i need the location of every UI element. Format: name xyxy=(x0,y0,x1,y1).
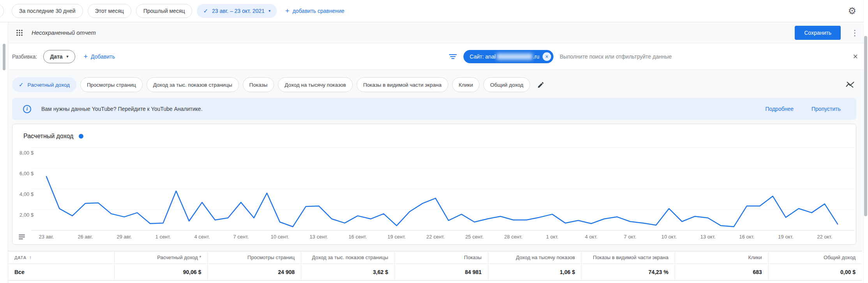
table-cell: 0,00 $ xyxy=(768,264,862,281)
table-cell: 3,62 $ xyxy=(301,264,395,281)
preset-last-30-days-button[interactable]: За последние 30 дней xyxy=(12,4,83,18)
metric-chip-3[interactable]: Доход за тыс. показов страницы xyxy=(147,77,239,92)
x-axis-label: 1 окт. xyxy=(546,234,559,240)
metric-chip-8[interactable]: Общий доход xyxy=(483,77,530,92)
x-axis-label: 4 сент. xyxy=(194,234,210,240)
preset-last-month-button[interactable]: Прошлый месяц xyxy=(136,4,193,18)
banner-actions: Подробнее Пропустить xyxy=(765,106,841,112)
x-axis-label: 10 сент. xyxy=(270,234,289,240)
table-cell: 24 908 xyxy=(208,264,301,281)
metric-chip-2[interactable]: Просмотры страниц xyxy=(80,77,143,92)
breakdown-label: Разбивка: xyxy=(12,53,37,60)
y-axis-label: 8,00 $ xyxy=(19,150,34,156)
close-icon[interactable]: × xyxy=(853,52,858,61)
clipped-preset-button[interactable] xyxy=(0,4,4,18)
left-scrollbar-thumb[interactable] xyxy=(3,44,5,70)
x-axis-label: 13 окт. xyxy=(700,234,716,240)
column-header-label: ДАТА xyxy=(14,255,27,260)
filter-bar: Сайт: anal .ru × Выполните поиск или отф… xyxy=(449,50,858,63)
x-axis-label: 29 авг. xyxy=(117,234,132,240)
site-filter-chip[interactable]: Сайт: anal .ru × xyxy=(463,50,553,63)
estimated-earnings-chart-card: Расчетный доход 2,00 $4,00 $6,00 $8,00 $… xyxy=(12,124,856,245)
more-options-kebab-icon[interactable]: ⋮ xyxy=(849,28,860,37)
report-table: ДАТА↑Расчетный доход *Просмотры страницД… xyxy=(8,251,862,281)
column-header-2[interactable]: Расчетный доход * xyxy=(114,251,208,264)
y-axis-label: 6,00 $ xyxy=(19,171,34,176)
metric-chips: ✓Расчетный доходПросмотры страницДоход з… xyxy=(12,77,530,92)
remove-filter-icon[interactable]: × xyxy=(543,52,551,61)
report-main: Несохраненный отчет Сохранить ⋮ Разбивка… xyxy=(8,22,868,283)
metric-chip-label: Доход за тыс. показов страницы xyxy=(153,82,232,88)
metric-chip-label: Клики xyxy=(459,82,473,88)
metric-chip-4[interactable]: Показы xyxy=(243,77,274,92)
metric-chip-label: Расчетный доход xyxy=(28,82,70,88)
date-range-selector[interactable]: ✓ 23 авг. – 23 окт. 2021 ▾ xyxy=(197,4,276,18)
x-axis-label: 19 окт. xyxy=(778,234,793,240)
x-axis-label: 22 окт. xyxy=(817,234,832,240)
x-axis-label: 19 сент. xyxy=(387,234,406,240)
column-header-7[interactable]: Показы в видимой части экрана xyxy=(582,251,675,264)
date-range-toolbar: За последние 30 дней Этот месяц Прошлый … xyxy=(0,0,868,22)
report-content: ✓Расчетный доходПросмотры страницДоход з… xyxy=(8,70,868,283)
preset-this-month-button[interactable]: Этот месяц xyxy=(88,4,131,18)
series-legend-dot xyxy=(79,134,83,139)
x-axis-label: 7 сент. xyxy=(233,234,249,240)
add-comparison-button[interactable]: + добавить сравнение xyxy=(285,7,345,14)
metric-chip-5[interactable]: Доход на тысячу показов xyxy=(278,77,352,92)
metric-chip-label: Общий доход xyxy=(490,82,523,88)
filter-icon[interactable] xyxy=(449,53,457,60)
x-axis-label: 16 окт. xyxy=(739,234,754,240)
column-header-1[interactable]: ДАТА↑ xyxy=(8,251,114,264)
breakdown-controls: Разбивка: Дата ▾ + Добавить xyxy=(12,50,115,63)
vertical-scrollbar[interactable] xyxy=(863,0,868,283)
check-icon: ✓ xyxy=(203,7,208,14)
chart-header: Расчетный доход xyxy=(12,130,856,142)
add-comparison-label: добавить сравнение xyxy=(292,8,344,14)
dismiss-link[interactable]: Пропустить xyxy=(811,106,841,112)
redacted-site-name xyxy=(497,53,532,60)
column-header-6[interactable]: Доход на тысячу показов xyxy=(488,251,582,264)
metric-chip-7[interactable]: Клики xyxy=(452,77,480,92)
table-header-row: ДАТА↑Расчетный доход *Просмотры страницД… xyxy=(8,251,862,264)
column-header-8[interactable]: Клики xyxy=(675,251,769,264)
info-icon: i xyxy=(23,105,31,113)
metric-chip-1[interactable]: ✓Расчетный доход xyxy=(12,77,76,92)
scrollbar-thumb[interactable] xyxy=(864,36,867,216)
column-header-4[interactable]: Доход за тыс. показов страницы xyxy=(301,251,395,264)
x-axis-label: 16 сент. xyxy=(348,234,367,240)
table-cell: 74,23 % xyxy=(582,264,675,281)
column-header-5[interactable]: Показы xyxy=(394,251,488,264)
chevron-down-icon: ▾ xyxy=(269,9,270,13)
apps-grid-icon[interactable] xyxy=(16,29,23,36)
edit-metrics-pencil-icon[interactable] xyxy=(537,81,544,89)
x-axis-label: 28 сент. xyxy=(504,234,523,240)
report-table-section: ДАТА↑Расчетный доход *Просмотры страницД… xyxy=(8,251,868,283)
row-label: Все xyxy=(8,264,114,281)
x-axis-label: 7 окт. xyxy=(624,234,636,240)
chevron-down-icon: ▾ xyxy=(67,55,69,59)
column-header-label: Расчетный доход * xyxy=(157,255,201,260)
metric-chip-label: Доход на тысячу показов xyxy=(285,82,346,88)
learn-more-link[interactable]: Подробнее xyxy=(765,106,794,112)
breakdown-dimension-select[interactable]: Дата ▾ xyxy=(43,50,75,63)
earnings-line-chart[interactable]: 2,00 $4,00 $6,00 $8,00 $23 авг.26 авг.29… xyxy=(12,142,856,242)
metric-chip-6[interactable]: Показы в видимой части экрана xyxy=(357,77,448,92)
plus-icon: + xyxy=(285,7,290,14)
x-axis-label: 25 сент. xyxy=(465,234,484,240)
add-breakdown-button[interactable]: + Добавить xyxy=(84,53,115,60)
search-input[interactable]: Выполните поиск или отфильтруйте данные xyxy=(560,53,672,60)
chart-annotations-icon[interactable] xyxy=(19,234,25,240)
metric-chip-label: Просмотры страниц xyxy=(87,82,136,88)
hide-chart-icon[interactable] xyxy=(845,81,855,89)
column-header-3[interactable]: Просмотры страниц xyxy=(208,251,301,264)
check-icon: ✓ xyxy=(19,81,24,88)
earnings-series-line xyxy=(46,176,838,227)
x-axis-label: 23 авг. xyxy=(39,234,54,240)
column-header-label: Общий доход xyxy=(824,255,856,260)
settings-gear-icon[interactable]: ⚙ xyxy=(848,6,856,16)
table-cell: 683 xyxy=(675,264,769,281)
column-header-9[interactable]: Общий доход xyxy=(768,251,862,264)
plus-icon: + xyxy=(84,53,88,60)
save-button[interactable]: Сохранить xyxy=(795,26,841,40)
table-cell: 90,06 $ xyxy=(114,264,208,281)
